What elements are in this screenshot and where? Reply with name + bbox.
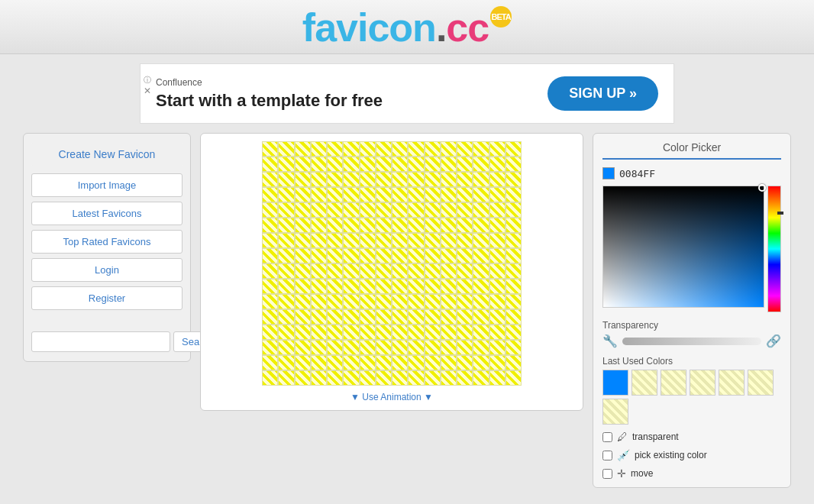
canvas-cell[interactable] — [278, 141, 294, 157]
canvas-cell[interactable] — [343, 263, 359, 279]
canvas-cell[interactable] — [473, 157, 489, 172]
swatch-2[interactable] — [661, 370, 686, 396]
canvas-cell[interactable] — [506, 340, 522, 355]
canvas-cell[interactable] — [392, 370, 408, 386]
canvas-cell[interactable] — [506, 218, 522, 233]
canvas-cell[interactable] — [506, 279, 522, 294]
canvas-cell[interactable] — [343, 370, 359, 386]
canvas-cell[interactable] — [343, 309, 359, 325]
canvas-cell[interactable] — [262, 355, 278, 370]
canvas-cell[interactable] — [343, 340, 359, 355]
swatch-blue[interactable] — [602, 370, 628, 396]
canvas-cell[interactable] — [457, 157, 473, 172]
canvas-cell[interactable] — [311, 294, 327, 309]
canvas-cell[interactable] — [376, 233, 392, 248]
canvas-cell[interactable] — [506, 263, 522, 279]
canvas-cell[interactable] — [343, 141, 359, 157]
canvas-cell[interactable] — [327, 141, 343, 157]
canvas-cell[interactable] — [376, 141, 392, 157]
canvas-cell[interactable] — [392, 248, 408, 263]
canvas-cell[interactable] — [473, 294, 489, 309]
canvas-cell[interactable] — [506, 355, 522, 370]
canvas-cell[interactable] — [376, 218, 392, 233]
canvas-cell[interactable] — [441, 263, 457, 279]
canvas-cell[interactable] — [343, 187, 359, 202]
canvas-cell[interactable] — [311, 355, 327, 370]
canvas-cell[interactable] — [392, 202, 408, 218]
canvas-cell[interactable] — [457, 340, 473, 355]
transparency-slider[interactable] — [622, 338, 761, 345]
canvas-cell[interactable] — [327, 309, 343, 325]
canvas-cell[interactable] — [360, 218, 376, 233]
canvas-cell[interactable] — [278, 202, 294, 218]
canvas-cell[interactable] — [489, 157, 506, 172]
hue-slider[interactable] — [767, 186, 781, 312]
canvas-cell[interactable] — [327, 248, 343, 263]
canvas-cell[interactable] — [473, 141, 489, 157]
canvas-cell[interactable] — [262, 157, 278, 172]
gradient-picker[interactable] — [602, 186, 764, 308]
canvas-cell[interactable] — [327, 218, 343, 233]
canvas-cell[interactable] — [441, 218, 457, 233]
canvas-cell[interactable] — [506, 248, 522, 263]
canvas-cell[interactable] — [311, 202, 327, 218]
canvas-cell[interactable] — [392, 279, 408, 294]
canvas-cell[interactable] — [278, 294, 294, 309]
canvas-cell[interactable] — [425, 340, 441, 355]
ad-cta-button[interactable]: SIGN UP » — [548, 76, 658, 111]
canvas-cell[interactable] — [473, 309, 489, 325]
canvas-cell[interactable] — [278, 187, 294, 202]
canvas-cell[interactable] — [343, 325, 359, 340]
canvas-cell[interactable] — [392, 294, 408, 309]
canvas-cell[interactable] — [262, 172, 278, 187]
canvas-cell[interactable] — [473, 279, 489, 294]
create-new-favicon-button[interactable]: Create New Favicon — [31, 143, 183, 166]
canvas-cell[interactable] — [327, 279, 343, 294]
canvas-cell[interactable] — [489, 325, 506, 340]
canvas-cell[interactable] — [457, 141, 473, 157]
canvas-cell[interactable] — [425, 157, 441, 172]
canvas-cell[interactable] — [489, 172, 506, 187]
canvas-cell[interactable] — [278, 157, 294, 172]
canvas-cell[interactable] — [311, 370, 327, 386]
canvas-cell[interactable] — [506, 233, 522, 248]
canvas-cell[interactable] — [457, 279, 473, 294]
canvas-cell[interactable] — [425, 279, 441, 294]
canvas-cell[interactable] — [489, 233, 506, 248]
canvas-cell[interactable] — [392, 309, 408, 325]
canvas-cell[interactable] — [489, 248, 506, 263]
canvas-cell[interactable] — [473, 263, 489, 279]
canvas-cell[interactable] — [360, 279, 376, 294]
canvas-cell[interactable] — [473, 248, 489, 263]
canvas-cell[interactable] — [425, 233, 441, 248]
canvas-cell[interactable] — [457, 187, 473, 202]
canvas-cell[interactable] — [489, 309, 506, 325]
canvas-cell[interactable] — [295, 172, 311, 187]
canvas-cell[interactable] — [506, 294, 522, 309]
canvas-cell[interactable] — [473, 218, 489, 233]
canvas-cell[interactable] — [489, 370, 506, 386]
canvas-cell[interactable] — [262, 340, 278, 355]
canvas-cell[interactable] — [425, 355, 441, 370]
canvas-cell[interactable] — [457, 294, 473, 309]
register-button[interactable]: Register — [31, 286, 183, 310]
canvas-cell[interactable] — [262, 279, 278, 294]
canvas-cell[interactable] — [278, 172, 294, 187]
canvas-cell[interactable] — [506, 370, 522, 386]
canvas-cell[interactable] — [295, 157, 311, 172]
canvas-cell[interactable] — [311, 309, 327, 325]
canvas-cell[interactable] — [489, 187, 506, 202]
move-checkbox[interactable] — [602, 469, 612, 479]
canvas-cell[interactable] — [327, 355, 343, 370]
canvas-cell[interactable] — [311, 187, 327, 202]
canvas-cell[interactable] — [360, 187, 376, 202]
canvas-cell[interactable] — [473, 370, 489, 386]
pick-color-checkbox[interactable] — [602, 451, 612, 460]
canvas-cell[interactable] — [295, 309, 311, 325]
canvas-cell[interactable] — [392, 263, 408, 279]
canvas-cell[interactable] — [376, 325, 392, 340]
canvas-cell[interactable] — [311, 279, 327, 294]
canvas-cell[interactable] — [506, 187, 522, 202]
canvas-cell[interactable] — [376, 172, 392, 187]
canvas-cell[interactable] — [441, 248, 457, 263]
